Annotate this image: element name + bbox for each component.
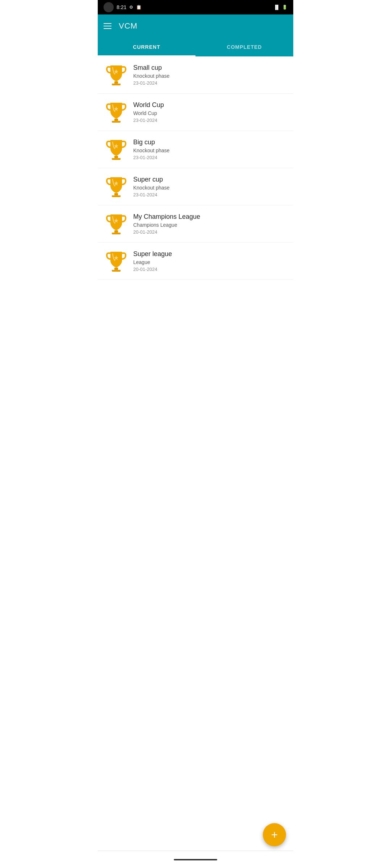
svg-rect-0 <box>114 81 118 84</box>
add-icon: + <box>271 829 278 841</box>
tournament-info: World Cup World Cup 23-01-2024 <box>133 101 164 123</box>
tab-completed[interactable]: COMPLETED <box>196 38 293 56</box>
tab-completed-label: COMPLETED <box>227 44 262 50</box>
svg-rect-10 <box>112 158 121 159</box>
svg-rect-18 <box>112 233 121 233</box>
tournament-item[interactable]: World Cup World Cup 23-01-2024 <box>98 94 293 131</box>
tournament-item[interactable]: Small cup Knockout phase 23-01-2024 <box>98 56 293 94</box>
svg-rect-14 <box>112 195 121 196</box>
tournament-date: 23-01-2024 <box>133 118 164 123</box>
trophy-icon <box>104 248 129 274</box>
trophy-icon <box>104 211 129 237</box>
tournament-date: 23-01-2024 <box>133 192 169 197</box>
svg-rect-12 <box>114 193 118 195</box>
tournament-info: Super cup Knockout phase 23-01-2024 <box>133 176 169 197</box>
tournament-info: Small cup Knockout phase 23-01-2024 <box>133 64 169 86</box>
tournament-name: Super league <box>133 250 172 258</box>
sim-status-icon: 📋 <box>136 5 142 10</box>
status-time: 8:21 <box>117 4 126 10</box>
nav-bar-handle <box>174 859 217 860</box>
app-bar: VCM <box>98 14 293 38</box>
tournament-info: Big cup Knockout phase 23-01-2024 <box>133 139 169 160</box>
settings-status-icon: ⚙ <box>129 5 133 10</box>
menu-button[interactable] <box>104 23 112 29</box>
tournament-type: League <box>133 259 172 265</box>
tournament-type: World Cup <box>133 110 164 116</box>
tournament-item[interactable]: My Champions League Champions League 20-… <box>98 205 293 243</box>
add-tournament-button[interactable]: + <box>263 823 286 846</box>
svg-rect-4 <box>114 119 118 121</box>
tournament-name: Big cup <box>133 139 169 146</box>
trophy-icon <box>104 174 129 199</box>
tournament-item[interactable]: Super league League 20-01-2024 <box>98 243 293 280</box>
svg-rect-20 <box>114 268 118 270</box>
battery-icon: 🔋 <box>282 5 287 10</box>
tournament-date: 23-01-2024 <box>133 155 169 160</box>
status-circle <box>104 2 114 12</box>
tournament-list: Small cup Knockout phase 23-01-2024 <box>98 56 293 280</box>
trophy-icon <box>104 99 129 125</box>
tournament-info: Super league League 20-01-2024 <box>133 250 172 272</box>
tournament-date: 20-01-2024 <box>133 229 200 235</box>
svg-rect-2 <box>112 84 121 84</box>
status-left: 8:21 ⚙ 📋 <box>104 2 142 12</box>
status-icons-right: ▐▌ 🔋 <box>274 5 287 10</box>
tournament-name: World Cup <box>133 101 164 109</box>
svg-rect-22 <box>112 270 121 271</box>
app-title: VCM <box>119 21 138 31</box>
tournament-date: 20-01-2024 <box>133 267 172 272</box>
tournament-type: Champions League <box>133 222 200 228</box>
tabs-container: CURRENT COMPLETED <box>98 38 293 56</box>
tournament-item[interactable]: Big cup Knockout phase 23-01-2024 <box>98 131 293 168</box>
tournament-info: My Champions League Champions League 20-… <box>133 213 200 235</box>
tournament-date: 23-01-2024 <box>133 80 169 86</box>
tournament-type: Knockout phase <box>133 148 169 153</box>
tournament-name: Small cup <box>133 64 169 72</box>
tournament-name: Super cup <box>133 176 169 183</box>
svg-rect-8 <box>114 156 118 158</box>
svg-rect-16 <box>114 230 118 233</box>
trophy-icon <box>104 137 129 162</box>
tournament-type: Knockout phase <box>133 73 169 79</box>
trophy-icon <box>104 62 129 88</box>
signal-icon: ▐▌ <box>274 5 280 10</box>
svg-rect-6 <box>112 121 121 122</box>
tab-current-label: CURRENT <box>133 44 160 50</box>
tournament-name: My Champions League <box>133 213 200 221</box>
status-bar: 8:21 ⚙ 📋 ▐▌ 🔋 <box>98 0 293 14</box>
nav-bar <box>98 851 293 868</box>
tournament-type: Knockout phase <box>133 185 169 191</box>
tournament-item[interactable]: Super cup Knockout phase 23-01-2024 <box>98 168 293 205</box>
tab-current[interactable]: CURRENT <box>98 38 196 56</box>
